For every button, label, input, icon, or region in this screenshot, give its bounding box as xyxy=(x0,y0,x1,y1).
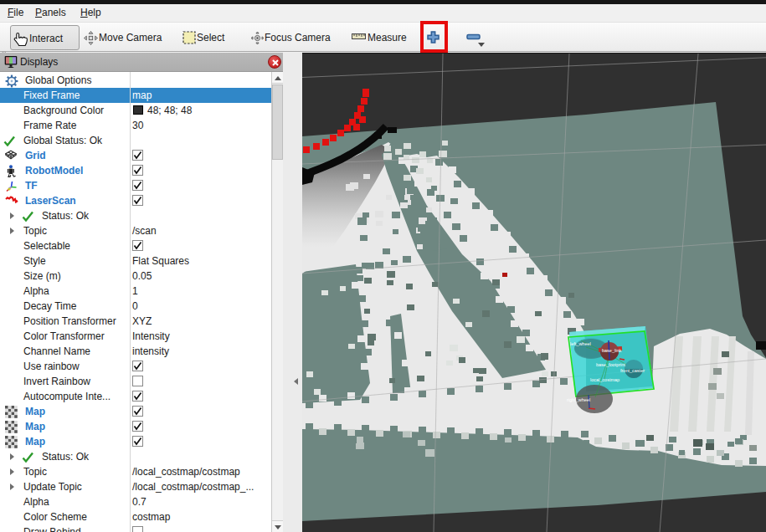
svg-text:left_wheel: left_wheel xyxy=(570,341,591,346)
svg-text:right_wheel: right_wheel xyxy=(567,397,590,402)
svg-text:local_costmap: local_costmap xyxy=(590,377,619,382)
svg-text:front_caster: front_caster xyxy=(620,368,645,373)
svg-text:base_footprint: base_footprint xyxy=(596,362,625,367)
svg-text:base_link: base_link xyxy=(602,348,621,353)
